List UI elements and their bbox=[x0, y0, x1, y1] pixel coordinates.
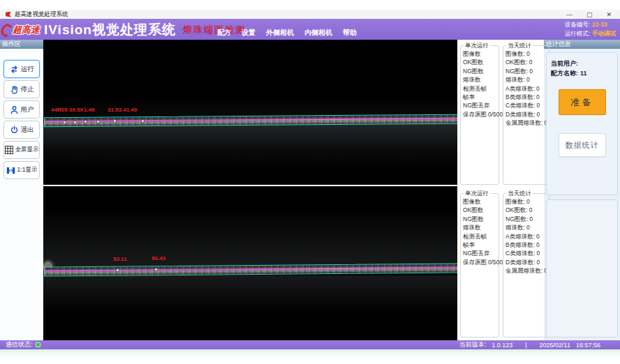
camera-light-band bbox=[43, 123, 457, 172]
info-groupbox: 当前用户: 配方名称:11 准备 数据统计 bbox=[546, 52, 618, 195]
data-stats-button[interactable]: 数据统计 bbox=[559, 133, 606, 157]
hand-stop-icon bbox=[10, 85, 19, 94]
run-cycle-icon bbox=[10, 65, 19, 74]
daily-stats-title: 当天统计 bbox=[506, 42, 533, 50]
version-info: 当前版本: 1.0.123 | 2025/02/11 16:57:56 bbox=[459, 340, 600, 349]
close-icon[interactable]: ✕ bbox=[606, 11, 612, 18]
run-mode-label: 运行模式: bbox=[565, 30, 590, 37]
separator: | bbox=[525, 342, 526, 349]
info-groupbox-empty bbox=[546, 199, 618, 338]
stop-button-label: 停止 bbox=[21, 85, 34, 94]
device-id-value: 22-33 bbox=[592, 21, 607, 28]
desktop-background bbox=[0, 349, 620, 364]
detection-marker bbox=[141, 119, 145, 123]
stat-row: OK图数 bbox=[463, 59, 497, 66]
fullscreen-button-label: 全屏显示 bbox=[15, 146, 39, 154]
stat-row: 保存原图0/500 bbox=[463, 112, 497, 118]
measurement-annotation: 53.11 bbox=[113, 256, 127, 262]
user-icon bbox=[10, 105, 19, 114]
stat-row: OK图数:0 bbox=[505, 59, 547, 66]
exit-button-label: 退出 bbox=[21, 126, 34, 135]
main-menu: 配方 设置 外侧相机 内侧相机 帮助 bbox=[217, 28, 357, 38]
time-value: 16:57:56 bbox=[576, 342, 600, 349]
stat-row: NG图数:0 bbox=[505, 216, 547, 222]
detection-marker bbox=[96, 120, 100, 123]
stat-row: A类熔珠数:0 bbox=[505, 86, 547, 92]
stat-row: 帧率 bbox=[463, 242, 497, 248]
daily-stats-title: 当天统计 bbox=[506, 190, 533, 198]
brand-logo-text: 超高速 bbox=[13, 24, 40, 36]
exit-button[interactable]: 退出 bbox=[3, 121, 40, 139]
statistics-column: 单次运行 图像数 OK图数 NG图数 熔珠数 检测丢帧 帧率 NG图丢弃 保存原… bbox=[457, 40, 544, 340]
user-button[interactable]: 用户 bbox=[3, 100, 40, 119]
info-column: 统计信息 当前用户: 配方名称:11 准备 数据统计 bbox=[544, 40, 620, 340]
stop-button[interactable]: 停止 bbox=[3, 80, 40, 98]
main-content: 操作区 运行 停止 用户 退出 bbox=[0, 40, 620, 340]
fullscreen-button[interactable]: 全屏显示 bbox=[3, 141, 40, 159]
detection-marker bbox=[73, 121, 77, 124]
single-run-groupbox: 单次运行 图像数 OK图数 NG图数 熔珠数 检测丢帧 帧率 NG图丢弃 保存原… bbox=[460, 193, 499, 338]
stat-row: 检测丢帧 bbox=[463, 234, 497, 240]
device-id-label: 设备编号: bbox=[565, 21, 590, 28]
menu-settings[interactable]: 设置 bbox=[242, 28, 256, 38]
stat-row: 金属屑熔珠数:0 bbox=[505, 268, 547, 274]
metal-strip bbox=[44, 114, 457, 128]
grid-icon bbox=[5, 146, 13, 154]
stat-row: OK图数 bbox=[463, 207, 497, 213]
stat-row: NG图数 bbox=[463, 68, 497, 75]
menu-help[interactable]: 帮助 bbox=[343, 28, 357, 38]
stat-row: 金属屑熔珠数:0 bbox=[505, 120, 547, 126]
camera-light-band bbox=[43, 96, 457, 116]
stat-row: 熔珠数:0 bbox=[505, 77, 547, 83]
stat-row: D类熔珠数:0 bbox=[505, 112, 547, 118]
stat-row: C类熔珠数:0 bbox=[505, 250, 547, 257]
measurement-annotation: 31.53 41.49 bbox=[108, 107, 137, 113]
measurement-annotation: 56.43 bbox=[152, 255, 165, 261]
one-to-one-icon bbox=[6, 166, 15, 175]
outer-camera-stats: 单次运行 图像数 OK图数 NG图数 熔珠数 检测丢帧 帧率 NG图丢弃 保存原… bbox=[457, 40, 544, 188]
version-label: 当前版本: bbox=[459, 340, 487, 349]
app-window: 超高速视觉处理系统 — ▢ ✕ 超高速 IVision视觉处理系统 熔珠端面检测… bbox=[0, 0, 620, 364]
stat-row: 图像数:0 bbox=[505, 51, 547, 57]
brand-logo: 超高速 IVision视觉处理系统 熔珠端面检测 bbox=[1, 21, 246, 39]
menu-outer-camera[interactable]: 外侧相机 bbox=[266, 28, 294, 38]
run-mode-value: 手动调试 bbox=[592, 30, 616, 37]
version-value: 1.0.123 bbox=[492, 342, 512, 349]
stat-row: 熔珠数 bbox=[463, 225, 497, 231]
single-run-title: 单次运行 bbox=[464, 190, 490, 198]
stat-row: D类熔珠数:0 bbox=[505, 259, 547, 266]
comm-status-label: 通信状态: bbox=[6, 340, 33, 349]
run-button-label: 运行 bbox=[21, 65, 34, 74]
user-button-label: 用户 bbox=[21, 105, 34, 114]
comm-status-led bbox=[36, 342, 40, 347]
current-user-row: 当前用户: bbox=[551, 59, 613, 68]
maximize-icon[interactable]: ▢ bbox=[586, 11, 593, 18]
stat-row: 保存原图0/500 bbox=[463, 259, 497, 266]
stat-row: OK图数:0 bbox=[505, 207, 547, 213]
stat-row: B类熔珠数:0 bbox=[505, 242, 547, 248]
stat-row: 图像数 bbox=[463, 51, 497, 57]
sidebar-title: 操作区 bbox=[0, 40, 43, 49]
detection-marker bbox=[113, 119, 117, 123]
stat-row: 熔珠数 bbox=[463, 77, 497, 83]
camera-light-band bbox=[43, 207, 457, 266]
menu-inner-camera[interactable]: 内侧相机 bbox=[304, 28, 332, 38]
run-button[interactable]: 运行 bbox=[3, 60, 40, 78]
outer-camera-view: 44R05 39.5X1.49 31.53 41.49 bbox=[43, 40, 457, 185]
minimize-icon[interactable]: — bbox=[566, 11, 573, 18]
stat-row: NG图数:0 bbox=[505, 68, 547, 75]
stat-row: 检测丢帧 bbox=[463, 86, 497, 92]
camera-light-band bbox=[43, 275, 457, 314]
daily-stats-groupbox: 当天统计 图像数:0 OK图数:0 NG图数:0 熔珠数:0 A类熔珠数:0 B… bbox=[503, 45, 549, 185]
menu-recipe[interactable]: 配方 bbox=[217, 28, 231, 38]
operation-sidebar: 操作区 运行 停止 用户 退出 bbox=[0, 40, 43, 340]
date-value: 2025/02/11 bbox=[540, 342, 570, 349]
inner-camera-view: 53.11 56.43 bbox=[43, 186, 457, 340]
device-info: 设备编号:22-33 运行模式:手动调试 bbox=[565, 20, 616, 38]
detection-marker bbox=[63, 121, 66, 124]
one-to-one-button[interactable]: 1:1显示 bbox=[3, 161, 40, 179]
prepare-button[interactable]: 准备 bbox=[559, 89, 606, 115]
stat-row: NG图丢弃 bbox=[463, 103, 497, 109]
one-to-one-button-label: 1:1显示 bbox=[17, 166, 38, 174]
stat-row: C类熔珠数:0 bbox=[505, 103, 547, 109]
